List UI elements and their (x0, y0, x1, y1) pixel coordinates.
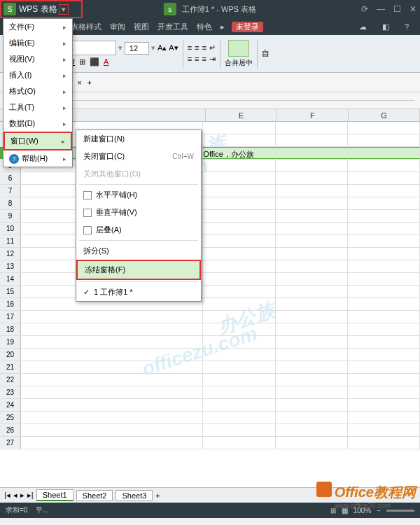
menu-vtile[interactable]: 垂直平铺(V) (76, 204, 201, 221)
menu-edit[interactable]: 编辑(E)▸ (4, 35, 72, 51)
grid-cell[interactable] (348, 399, 420, 411)
row-header[interactable]: 22 (0, 374, 21, 386)
decrease-font-icon[interactable]: A▾ (169, 43, 178, 52)
row-header[interactable]: 23 (0, 386, 21, 398)
prev-sheet-icon[interactable]: ◂ (13, 491, 18, 500)
grid-cell[interactable] (203, 210, 275, 222)
grid-cell[interactable] (348, 122, 420, 134)
border-icon[interactable]: ⊞ (79, 57, 85, 66)
close-icon[interactable]: ✕ (410, 4, 416, 14)
row-header[interactable]: 13 (0, 260, 21, 272)
grid-row[interactable]: 27 (0, 437, 420, 449)
grid-cell[interactable] (348, 386, 420, 398)
row-header[interactable]: 16 (0, 298, 21, 310)
grid-row[interactable]: 25 (0, 412, 420, 424)
grid-row[interactable]: 14 (0, 273, 420, 286)
menu-freeze-panes[interactable]: 冻结窗格(F) (76, 260, 201, 280)
grid-row[interactable]: 15 (0, 286, 420, 298)
row-header[interactable]: 25 (0, 412, 21, 424)
grid-cell[interactable] (276, 197, 348, 209)
skin-icon[interactable]: ◧ (378, 22, 393, 31)
menu-split[interactable]: 拆分(S) (76, 242, 201, 260)
menu-doc-1[interactable]: ✓1 工作簿1 * (76, 284, 201, 301)
menu-file[interactable]: 文件(F)▸ (4, 19, 72, 35)
grid-cell[interactable] (276, 386, 348, 398)
grid-row[interactable]: 18 (0, 323, 420, 336)
grid-row[interactable]: 12 (0, 248, 420, 260)
grid-row[interactable]: 9 (0, 210, 420, 223)
cloud-icon[interactable]: ☁ (355, 22, 371, 31)
grid-cell[interactable] (276, 210, 348, 222)
row-header[interactable]: 7 (0, 185, 21, 197)
grid-cell[interactable] (348, 311, 420, 323)
grid-cell[interactable] (276, 160, 348, 172)
indent-icon[interactable]: ⇥ (209, 55, 216, 64)
row-header[interactable]: 11 (0, 235, 21, 247)
grid-cell[interactable] (203, 122, 275, 134)
help-icon[interactable]: ? (400, 22, 413, 31)
menu-htile[interactable]: 水平平铺(H) (76, 186, 201, 204)
close-tab-icon[interactable]: × (77, 78, 81, 87)
menu-view[interactable]: 视图(V)▸ (4, 51, 72, 67)
row-header[interactable]: 12 (0, 248, 21, 260)
grid-cell[interactable] (276, 248, 348, 260)
grid-cell[interactable] (348, 437, 420, 449)
grid-cell[interactable] (203, 160, 275, 172)
row-header[interactable]: 9 (0, 210, 21, 222)
grid-cell[interactable] (348, 134, 420, 146)
chevron-right-icon[interactable]: ▸ (216, 22, 229, 31)
align-left-icon[interactable]: ≡ (188, 55, 192, 64)
grid-cell[interactable] (348, 235, 420, 247)
grid-cell[interactable] (276, 412, 348, 424)
sheet-tab[interactable]: Sheet1 (36, 489, 74, 501)
minimize-icon[interactable]: — (377, 4, 385, 14)
grid-cell[interactable] (276, 134, 348, 146)
grid-cell[interactable] (276, 424, 348, 436)
grid-cell[interactable] (203, 323, 275, 335)
grid-cell[interactable] (203, 298, 275, 310)
grid-cell[interactable] (203, 361, 275, 373)
grid-cell[interactable] (348, 172, 420, 184)
grid-cell[interactable] (276, 399, 348, 411)
menu-item[interactable]: 开发工具 (153, 22, 192, 32)
grid-cell[interactable] (348, 248, 420, 260)
menu-tools[interactable]: 工具(T)▸ (4, 99, 72, 115)
grid-cell[interactable] (276, 349, 348, 360)
grid-cell[interactable] (276, 437, 348, 449)
font-size-select[interactable]: 12 (125, 42, 149, 55)
add-sheet-icon[interactable]: + (155, 491, 160, 500)
app-menu-dropdown-icon[interactable]: ▾ (59, 4, 69, 15)
grid-cell[interactable] (203, 260, 275, 272)
row-header[interactable]: 19 (0, 336, 21, 348)
wrap-text-icon[interactable]: ↵ (209, 43, 216, 52)
feedback-icon[interactable]: ⟳ (361, 4, 368, 14)
row-header[interactable]: 21 (0, 361, 21, 373)
grid-cell[interactable] (203, 223, 275, 234)
grid-cell[interactable] (276, 235, 348, 247)
sheet-tab[interactable]: Sheet2 (76, 490, 113, 501)
grid-row[interactable]: 24 (0, 399, 420, 412)
grid-cell[interactable] (203, 374, 275, 386)
col-header[interactable]: E (206, 109, 277, 121)
grid-cell[interactable] (203, 134, 275, 146)
grid-row[interactable]: 10 (0, 223, 420, 235)
grid-row[interactable]: 26 (0, 424, 420, 437)
menu-help[interactable]: ?帮助(H)▸ (4, 150, 72, 167)
grid-cell[interactable] (276, 311, 348, 323)
row-header[interactable]: 24 (0, 399, 21, 411)
grid-cell[interactable] (348, 160, 420, 172)
grid-cell[interactable] (276, 147, 348, 159)
grid-cell[interactable] (348, 349, 420, 360)
grid-row[interactable]: 20 (0, 349, 420, 361)
grid-row[interactable]: 16 (0, 298, 420, 311)
grid-cell[interactable] (203, 172, 275, 184)
grid-cell[interactable] (348, 374, 420, 386)
grid-cell[interactable] (348, 424, 420, 436)
grid-cell[interactable] (276, 122, 348, 134)
menu-data[interactable]: 数据(D)▸ (4, 115, 72, 132)
grid-cell[interactable] (203, 349, 275, 360)
grid-cell[interactable] (203, 197, 275, 209)
grid-cell[interactable] (276, 336, 348, 348)
grid-cell[interactable] (348, 323, 420, 335)
grid-cell[interactable] (203, 235, 275, 247)
